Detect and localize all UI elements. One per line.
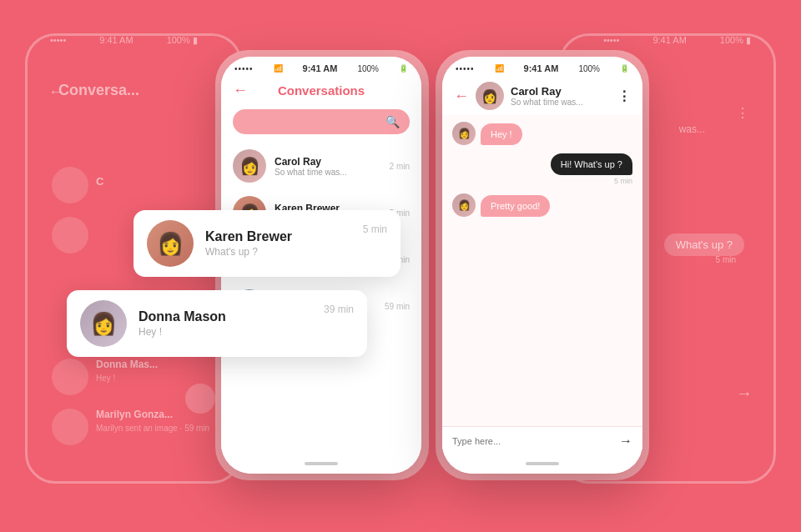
msg-row-2: 👩 Pretty good! [452,193,632,217]
ghost-send-arrow: → [736,384,753,403]
ghost-preview-2: Hey ! [96,374,115,383]
msg-bubble-1: Hi! What's up ? [551,153,632,175]
conv-time-carol: 2 min [390,162,410,171]
right-status-bar: ••••• 📶 9:41 AM 100% 🔋 [442,57,642,77]
left-header-title: Conversations [248,83,395,98]
left-home-indicator [221,455,421,474]
msg-time-1: 5 min [551,177,632,185]
search-bar[interactable]: 🔍 [233,109,410,134]
conv-name-carol: Carol Ray [275,156,381,168]
ghost-menu-right: ⋮ [736,105,749,121]
ghost-left-content: Conversa... [58,82,139,99]
left-battery: 100% [357,64,379,73]
conv-avatar-carol: 👩 [233,149,266,183]
chat-contact-avatar: 👩 [476,82,504,110]
conv-item-carol[interactable]: 👩 Carol Ray So what time was... 2 min [224,143,418,189]
msg-row-1: Hi! What's up ? 5 min [452,153,632,185]
chat-messages: 👩 Hey ! Hi! What's up ? 5 min 👩 Pretty g… [442,115,642,426]
ghost-time-right: 5 min [716,255,736,264]
right-status-dots: ••••• [456,64,475,73]
search-icon: 🔍 [385,115,400,128]
fc-preview-donna: Hey ! [139,326,312,338]
chat-contact-preview: So what time was... [511,98,611,107]
conv-info-carol: Carol Ray So what time was... [275,156,381,177]
fc-avatar-karen: 👩 [147,220,194,267]
ghost-whatsup-bubble: What's up ? [664,233,744,256]
left-status-time: 9:41 AM [303,63,338,73]
right-battery-icon: 🔋 [620,64,629,73]
floating-card-donna[interactable]: 👩 Donna Mason Hey ! 39 min [67,290,367,357]
chat-menu-button[interactable]: ⋮ [617,88,631,104]
chat-input[interactable] [452,436,619,446]
left-back-button[interactable]: ← [233,82,248,99]
msg-avatar-carol-2: 👩 [452,193,476,217]
ghost-name-3: Marilyn Gonza... [96,409,173,420]
chat-contact-info: Carol Ray So what time was... [511,85,611,107]
ghost-was-text: was... [679,123,705,135]
conv-preview-carol: So what time was... [275,168,381,177]
right-battery: 100% [578,64,600,73]
left-status-bar: ••••• 📶 9:41 AM 100% 🔋 [221,57,421,77]
fc-name-donna: Donna Mason [139,309,312,324]
left-status-dots: ••••• [234,64,254,73]
chat-header: ← 👩 Carol Ray So what time was... ⋮ [442,77,642,115]
fc-avatar-donna: 👩 [80,300,127,347]
right-phone: ••••• 📶 9:41 AM 100% 🔋 ← 👩 Carol Ray So … [442,57,642,474]
right-home-bar [526,462,559,465]
floating-card-karen[interactable]: 👩 Karen Brewer What's up ? 5 min [134,210,400,277]
send-button[interactable]: → [619,434,632,449]
msg-avatar-carol-0: 👩 [452,122,476,145]
fc-info-karen: Karen Brewer What's up ? [205,229,351,258]
fc-info-donna: Donna Mason Hey ! [139,309,312,338]
msg-row-0: 👩 Hey ! [452,122,632,145]
fc-preview-karen: What's up ? [205,246,351,258]
left-wifi: 📶 [274,64,283,73]
right-home-indicator [442,455,642,474]
left-home-bar [305,462,338,465]
right-wifi: 📶 [495,64,504,73]
right-status-time: 9:41 AM [524,63,559,73]
msg-bubble-0: Hey ! [481,123,522,145]
ghost-back-arrow-left: ← [48,83,63,101]
msg-bubble-2: Pretty good! [481,195,550,217]
chat-contact-name: Carol Ray [511,85,611,98]
chat-input-area: → [442,426,642,455]
chat-back-button[interactable]: ← [454,88,469,105]
fc-time-karen: 5 min [363,220,387,235]
fc-time-donna: 39 min [324,300,354,315]
conv-time-marilyn: 59 min [385,302,410,311]
ghost-name-1: C [96,175,103,188]
ghost-preview-3: Marilyn sent an image · 59 min [96,424,209,433]
left-battery-icon: 🔋 [399,64,408,73]
left-header: ← Conversations [221,77,421,104]
ghost-name-2: Donna Mas... [96,359,158,370]
fc-name-karen: Karen Brewer [205,229,351,244]
